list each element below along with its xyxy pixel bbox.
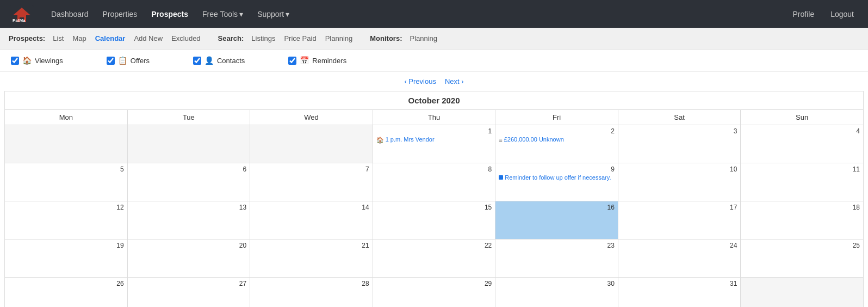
event-text: £260,000.00 Unknown	[504, 136, 564, 143]
cell-oct-3[interactable]: 3	[618, 125, 741, 163]
nav-logout[interactable]: Logout	[825, 7, 859, 22]
reminders-checkbox[interactable]	[288, 57, 296, 65]
viewings-checkbox[interactable]	[11, 57, 19, 65]
nav-support[interactable]: Support ▾	[252, 7, 295, 22]
dropdown-arrow-icon: ▾	[286, 10, 289, 19]
calendar-week-4: 19 20 21 22 23 24 25	[5, 240, 864, 278]
offers-icon: 📋	[118, 56, 127, 65]
subnav-list[interactable]: List	[48, 32, 68, 45]
day-number: 30	[499, 280, 615, 287]
col-sat: Sat	[618, 110, 741, 125]
reminder-dot-icon	[499, 175, 503, 180]
event-reminder[interactable]: Reminder to follow up offer if necessary…	[499, 174, 615, 181]
event-viewing[interactable]: 🏠 1 p.m. Mrs Vendor	[376, 136, 492, 144]
cell-empty	[741, 278, 864, 308]
cell-oct-4[interactable]: 4	[741, 125, 864, 163]
cell-oct-10[interactable]: 10	[618, 163, 741, 201]
day-number: 19	[8, 242, 124, 249]
col-mon: Mon	[5, 110, 128, 125]
cell-oct-20[interactable]: 20	[127, 240, 250, 278]
event-offer[interactable]: ≡ £260,000.00 Unknown	[499, 136, 615, 143]
contacts-checkbox[interactable]	[193, 57, 201, 65]
nav-dashboard[interactable]: Dashboard	[46, 7, 94, 22]
nav-free-tools[interactable]: Free Tools ▾	[197, 7, 249, 22]
prev-button-top[interactable]: ‹ Previous	[404, 77, 436, 85]
cell-oct-19[interactable]: 19	[5, 240, 128, 278]
cell-oct-16-today[interactable]: 16	[495, 201, 618, 240]
subnav-price-paid[interactable]: Price Paid	[280, 32, 320, 45]
cell-oct-7[interactable]: 7	[250, 163, 373, 201]
cell-empty	[5, 125, 128, 163]
cell-oct-21[interactable]: 21	[250, 240, 373, 278]
dropdown-arrow-icon: ▾	[239, 10, 243, 19]
calendar-container: October 2020 Mon Tue Wed Thu Fri Sat Sun…	[0, 91, 868, 307]
cell-oct-25[interactable]: 25	[741, 240, 864, 278]
cell-oct-28[interactable]: 28	[250, 278, 373, 308]
contacts-label: Contacts	[217, 57, 245, 65]
day-number: 4	[744, 127, 860, 135]
day-number: 26	[8, 280, 124, 287]
nav-links: Dashboard Properties Prospects Free Tool…	[46, 7, 787, 22]
day-number: 18	[744, 204, 860, 211]
subnav-calendar[interactable]: Calendar	[91, 32, 130, 45]
home-event-icon: 🏠	[376, 137, 384, 144]
reminders-label: Reminders	[312, 57, 346, 65]
day-number: 1	[376, 127, 492, 135]
cell-oct-1[interactable]: 1 🏠 1 p.m. Mrs Vendor	[373, 125, 495, 163]
subnav-add-new[interactable]: Add New	[129, 32, 167, 45]
next-button-top[interactable]: Next ›	[445, 77, 464, 85]
subnav-excluded[interactable]: Excluded	[167, 32, 204, 45]
cell-oct-22[interactable]: 22	[373, 240, 495, 278]
subnav-monitors-planning[interactable]: Planning	[405, 32, 442, 45]
day-number: 29	[376, 280, 492, 287]
cell-oct-12[interactable]: 12	[5, 201, 128, 240]
nav-prospects[interactable]: Prospects	[146, 7, 194, 22]
calendar-week-3: 12 13 14 15 16 17 18	[5, 201, 864, 240]
day-number: 13	[131, 204, 247, 211]
cell-oct-14[interactable]: 14	[250, 201, 373, 240]
offers-checkbox[interactable]	[107, 57, 115, 65]
cell-oct-30[interactable]: 30	[495, 278, 618, 308]
cell-oct-5[interactable]: 5	[5, 163, 128, 201]
cell-oct-18[interactable]: 18	[741, 201, 864, 240]
cell-empty	[127, 125, 250, 163]
cell-oct-24[interactable]: 24	[618, 240, 741, 278]
prospects-label: Prospects:	[9, 34, 45, 42]
calendar-header-row: Mon Tue Wed Thu Fri Sat Sun	[5, 110, 864, 125]
cell-oct-2[interactable]: 2 ≡ £260,000.00 Unknown	[495, 125, 618, 163]
cell-oct-15[interactable]: 15	[373, 201, 495, 240]
cell-oct-6[interactable]: 6	[127, 163, 250, 201]
day-number: 17	[622, 204, 737, 211]
day-number: 25	[744, 242, 860, 249]
cell-oct-23[interactable]: 23	[495, 240, 618, 278]
subnav: Prospects: List Map Calendar Add New Exc…	[0, 28, 868, 50]
day-number: 10	[622, 165, 737, 173]
day-number: 20	[131, 242, 247, 249]
nav-properties[interactable]: Properties	[97, 7, 143, 22]
day-number: 11	[744, 165, 860, 173]
cell-oct-11[interactable]: 11	[741, 163, 864, 201]
cell-oct-9[interactable]: 9 Reminder to follow up offer if necessa…	[495, 163, 618, 201]
col-sun: Sun	[741, 110, 864, 125]
cell-oct-13[interactable]: 13	[127, 201, 250, 240]
navbar: PatMa Dashboard Properties Prospects Fre…	[0, 0, 868, 28]
nav-profile[interactable]: Profile	[787, 7, 820, 22]
day-number: 21	[253, 242, 369, 249]
subnav-listings[interactable]: Listings	[247, 32, 280, 45]
day-number: 16	[499, 204, 615, 211]
cell-oct-17[interactable]: 17	[618, 201, 741, 240]
subnav-map[interactable]: Map	[68, 32, 90, 45]
cell-oct-27[interactable]: 27	[127, 278, 250, 308]
day-number: 8	[376, 165, 492, 173]
cell-oct-29[interactable]: 29	[373, 278, 495, 308]
cell-oct-31[interactable]: 31	[618, 278, 741, 308]
home-icon: 🏠	[22, 56, 32, 65]
monitors-label: Monitors:	[370, 34, 402, 42]
cell-oct-26[interactable]: 26	[5, 278, 128, 308]
viewings-label: Viewings	[35, 57, 63, 65]
cell-oct-8[interactable]: 8	[373, 163, 495, 201]
day-number: 9	[499, 165, 615, 173]
subnav-planning[interactable]: Planning	[321, 32, 357, 45]
logo[interactable]: PatMa	[9, 4, 35, 24]
cell-empty	[250, 125, 373, 163]
